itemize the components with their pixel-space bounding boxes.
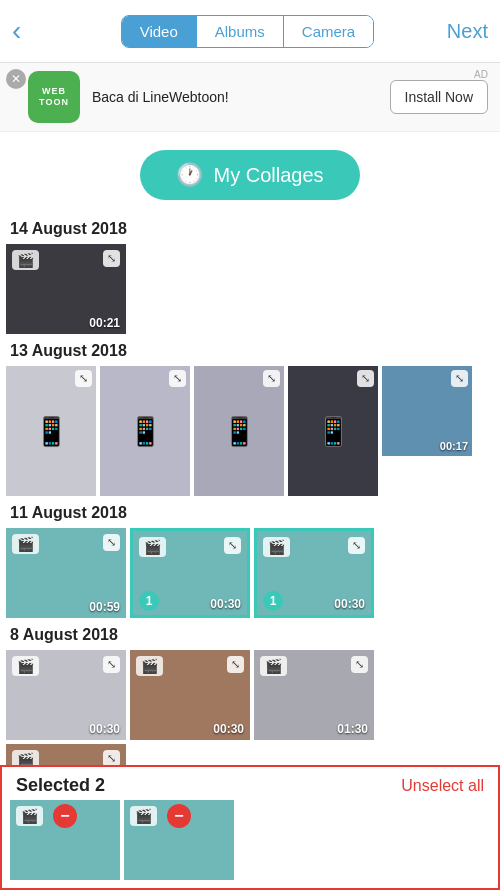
duration-label: 00:30 xyxy=(213,722,244,736)
phone-thumb[interactable]: 📱 ⤡ xyxy=(194,366,284,496)
duration-label: 00:59 xyxy=(89,600,120,614)
phone-icon: 📱 xyxy=(128,415,163,448)
collage-label: My Collages xyxy=(213,164,323,187)
expand-icon[interactable]: ⤡ xyxy=(351,656,368,673)
duration-label: 00:30 xyxy=(210,597,241,611)
duration-label: 00:30 xyxy=(89,722,120,736)
duration-label: 00:17 xyxy=(440,440,468,452)
webtoon-logo-line2: TOON xyxy=(39,97,69,107)
expand-icon[interactable]: ⤡ xyxy=(103,656,120,673)
tab-video[interactable]: Video xyxy=(122,16,197,47)
video-thumb[interactable]: 🎬 ⤡ 00:30 xyxy=(130,650,250,740)
remove-badge[interactable]: − xyxy=(167,804,191,828)
video-icon: 🎬 xyxy=(130,806,157,826)
expand-icon[interactable]: ⤡ xyxy=(357,370,374,387)
bottom-thumb[interactable]: 🎬 − xyxy=(10,800,120,880)
phone-thumb[interactable]: 📱 ⤡ xyxy=(288,366,378,496)
tab-albums[interactable]: Albums xyxy=(197,16,284,47)
remove-badge[interactable]: − xyxy=(53,804,77,828)
phone-icon: 📱 xyxy=(34,415,69,448)
video-thumb[interactable]: 🎬 ⤡ 00:30 xyxy=(6,650,126,740)
bottom-thumbs: 🎬 − 🎬 − xyxy=(2,800,498,888)
expand-icon[interactable]: ⤡ xyxy=(169,370,186,387)
date-label-aug11: 11 August 2018 xyxy=(0,498,500,526)
expand-icon[interactable]: ⤡ xyxy=(103,534,120,551)
duration-label: 00:21 xyxy=(89,316,120,330)
select-badge: 1 xyxy=(263,591,283,611)
webtoon-logo: WEB TOON xyxy=(28,71,80,123)
duration-label: 00:30 xyxy=(334,597,365,611)
selected-count-label: Selected 2 xyxy=(16,775,105,796)
video-icon: 🎬 xyxy=(16,806,43,826)
back-button[interactable]: ‹ xyxy=(12,15,48,47)
video-thumb[interactable]: 🎬 ⤡ 00:21 xyxy=(6,244,126,334)
expand-icon[interactable]: ⤡ xyxy=(451,370,468,387)
webtoon-logo-line1: WEB xyxy=(42,87,66,97)
phone-icon: 📱 xyxy=(316,415,351,448)
my-collages-section: 🕐 My Collages xyxy=(0,132,500,214)
bottom-bar-header: Selected 2 Unselect all xyxy=(2,767,498,800)
ad-text: Baca di LineWebtoon! xyxy=(92,89,390,105)
ad-banner: ✕ AD WEB TOON Baca di LineWebtoon! Insta… xyxy=(0,63,500,132)
my-collages-button[interactable]: 🕐 My Collages xyxy=(140,150,359,200)
tab-group: Video Albums Camera xyxy=(121,15,374,48)
expand-icon[interactable]: ⤡ xyxy=(224,537,241,554)
phone-thumb[interactable]: 📱 ⤡ xyxy=(100,366,190,496)
install-button[interactable]: Install Now xyxy=(390,80,488,114)
ad-label: AD xyxy=(474,69,488,80)
collage-icon: 🕐 xyxy=(176,162,203,188)
ad-close-button[interactable]: ✕ xyxy=(6,69,26,89)
header: ‹ Video Albums Camera Next xyxy=(0,0,500,63)
aug14-grid: 🎬 ⤡ 00:21 xyxy=(0,242,500,336)
video-icon: 🎬 xyxy=(263,537,290,557)
date-label-aug14: 14 August 2018 xyxy=(0,214,500,242)
expand-icon[interactable]: ⤡ xyxy=(103,250,120,267)
expand-icon[interactable]: ⤡ xyxy=(75,370,92,387)
next-button[interactable]: Next xyxy=(447,20,488,43)
expand-icon[interactable]: ⤡ xyxy=(263,370,280,387)
bottom-selected-bar: Selected 2 Unselect all 🎬 − 🎬 − xyxy=(0,765,500,890)
phone-thumb[interactable]: 📱 ⤡ xyxy=(6,366,96,496)
expand-icon[interactable]: ⤡ xyxy=(348,537,365,554)
expand-icon[interactable]: ⤡ xyxy=(227,656,244,673)
video-thumb[interactable]: 🎬 ⤡ 00:59 xyxy=(6,528,126,618)
video-icon: 🎬 xyxy=(139,537,166,557)
date-label-aug8: 8 August 2018 xyxy=(0,620,500,648)
video-icon: 🎬 xyxy=(12,656,39,676)
tab-camera[interactable]: Camera xyxy=(284,16,373,47)
video-icon: 🎬 xyxy=(136,656,163,676)
aug13-grid: 📱 ⤡ 📱 ⤡ 📱 ⤡ 📱 ⤡ ⤡ 00:17 xyxy=(0,364,500,498)
video-icon: 🎬 xyxy=(12,250,39,270)
unselect-all-button[interactable]: Unselect all xyxy=(401,777,484,795)
video-icon: 🎬 xyxy=(260,656,287,676)
aug11-grid: 🎬 ⤡ 00:59 🎬 ⤡ 1 00:30 🎬 ⤡ 1 00:30 xyxy=(0,526,500,620)
date-label-aug13: 13 August 2018 xyxy=(0,336,500,364)
video-thumb[interactable]: 🎬 ⤡ 01:30 xyxy=(254,650,374,740)
phone-icon: 📱 xyxy=(222,415,257,448)
duration-label: 01:30 xyxy=(337,722,368,736)
video-thumb-selected[interactable]: 🎬 ⤡ 1 00:30 xyxy=(254,528,374,618)
video-icon: 🎬 xyxy=(12,534,39,554)
phone-thumb[interactable]: ⤡ 00:17 xyxy=(382,366,472,456)
select-badge: 1 xyxy=(139,591,159,611)
video-thumb-selected[interactable]: 🎬 ⤡ 1 00:30 xyxy=(130,528,250,618)
bottom-thumb[interactable]: 🎬 − xyxy=(124,800,234,880)
